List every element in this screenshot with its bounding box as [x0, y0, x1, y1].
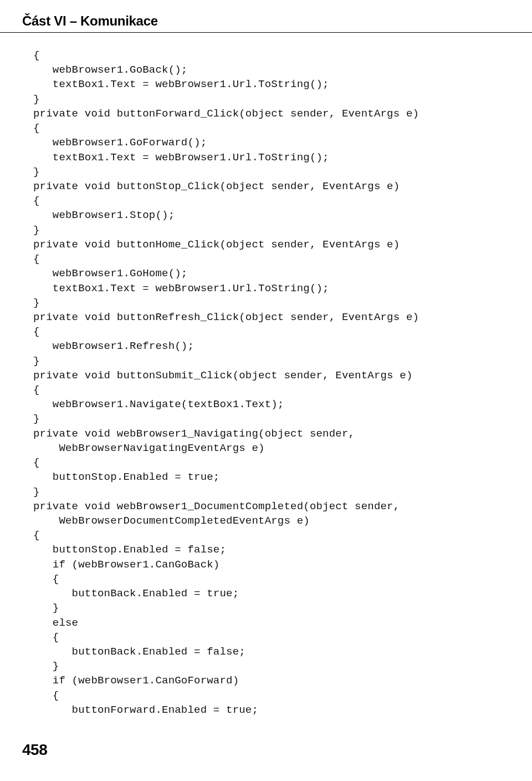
code-content: { webBrowser1.GoBack(); textBox1.Text = … [0, 33, 532, 717]
code-block: { webBrowser1.GoBack(); textBox1.Text = … [33, 48, 521, 717]
page-header: Část VI – Komunikace [0, 0, 532, 33]
page-number: 458 [22, 741, 47, 759]
header-title: Část VI – Komunikace [22, 13, 158, 28]
